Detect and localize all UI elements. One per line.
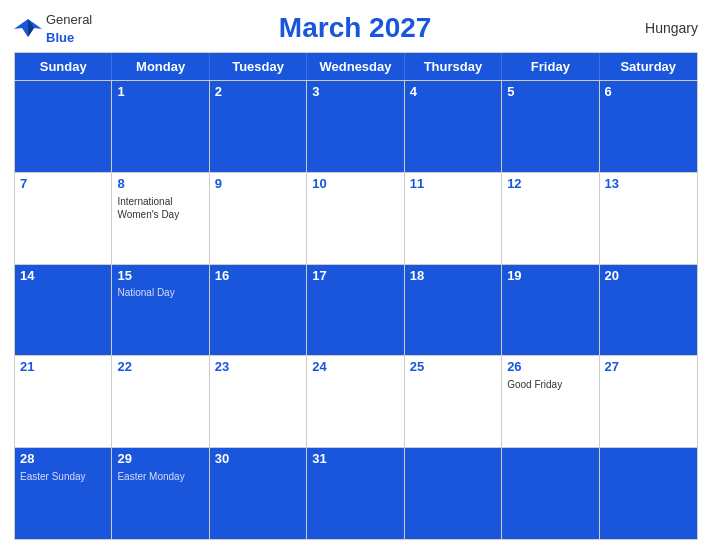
cell-w4-fri: 26 Good Friday — [502, 356, 599, 447]
week-row-5: 28 Easter Sunday 29 Easter Monday 30 31 — [15, 447, 697, 539]
week-row-1: 1 2 3 4 5 6 — [15, 80, 697, 172]
cell-w3-tue: 16 — [210, 265, 307, 356]
cell-w3-fri: 19 — [502, 265, 599, 356]
cell-w5-mon: 29 Easter Monday — [112, 448, 209, 539]
day-header-sunday: Sunday — [15, 53, 112, 80]
cell-w5-thu — [405, 448, 502, 539]
cell-w5-sat — [600, 448, 697, 539]
calendar: Sunday Monday Tuesday Wednesday Thursday… — [14, 52, 698, 540]
day-header-wednesday: Wednesday — [307, 53, 404, 80]
cell-w5-tue: 30 — [210, 448, 307, 539]
cell-w3-sat: 20 — [600, 265, 697, 356]
cell-w3-thu: 18 — [405, 265, 502, 356]
cell-w2-mon: 8 International Women's Day — [112, 173, 209, 264]
cell-w4-thu: 25 — [405, 356, 502, 447]
cell-w4-mon: 22 — [112, 356, 209, 447]
week-row-4: 21 22 23 24 25 26 Good Friday 27 — [15, 355, 697, 447]
cell-w5-fri — [502, 448, 599, 539]
day-header-monday: Monday — [112, 53, 209, 80]
cell-w2-wed: 10 — [307, 173, 404, 264]
cell-w4-sun: 21 — [15, 356, 112, 447]
cell-w2-fri: 12 — [502, 173, 599, 264]
day-headers-row: Sunday Monday Tuesday Wednesday Thursday… — [15, 53, 697, 80]
cell-w1-mon: 1 — [112, 81, 209, 172]
cell-w4-sat: 27 — [600, 356, 697, 447]
cell-w4-tue: 23 — [210, 356, 307, 447]
cell-w3-sun: 14 — [15, 265, 112, 356]
day-header-thursday: Thursday — [405, 53, 502, 80]
logo-blue-text: Blue — [46, 30, 74, 45]
page: General Blue March 2027 Hungary Sunday M… — [0, 0, 712, 550]
logo: General Blue — [14, 10, 92, 46]
cell-w2-tue: 9 — [210, 173, 307, 264]
cell-w1-thu: 4 — [405, 81, 502, 172]
week-row-2: 7 8 International Women's Day 9 10 11 12… — [15, 172, 697, 264]
event-easter-monday: Easter Monday — [117, 470, 203, 483]
cell-w3-mon: 15 National Day — [112, 265, 209, 356]
cell-w1-sun — [15, 81, 112, 172]
event-intl-womens-day: International Women's Day — [117, 195, 203, 221]
day-header-saturday: Saturday — [600, 53, 697, 80]
week-row-3: 14 15 National Day 16 17 18 19 20 — [15, 264, 697, 356]
calendar-weeks: 1 2 3 4 5 6 7 8 International Women's Da… — [15, 80, 697, 539]
cell-w4-wed: 24 — [307, 356, 404, 447]
logo-general-text: General — [46, 12, 92, 27]
cell-w5-wed: 31 — [307, 448, 404, 539]
calendar-title: March 2027 — [92, 12, 618, 44]
cell-w5-sun: 28 Easter Sunday — [15, 448, 112, 539]
cell-w2-thu: 11 — [405, 173, 502, 264]
cell-w1-tue: 2 — [210, 81, 307, 172]
cell-w1-fri: 5 — [502, 81, 599, 172]
cell-w2-sun: 7 — [15, 173, 112, 264]
cell-w3-wed: 17 — [307, 265, 404, 356]
event-good-friday: Good Friday — [507, 378, 593, 391]
event-easter-sunday: Easter Sunday — [20, 470, 106, 483]
day-header-tuesday: Tuesday — [210, 53, 307, 80]
cell-w2-sat: 13 — [600, 173, 697, 264]
country-label: Hungary — [618, 20, 698, 36]
cell-w1-sat: 6 — [600, 81, 697, 172]
day-header-friday: Friday — [502, 53, 599, 80]
event-national-day: National Day — [117, 286, 203, 299]
cell-w1-wed: 3 — [307, 81, 404, 172]
header: General Blue March 2027 Hungary — [14, 10, 698, 46]
logo-bird-icon — [14, 17, 42, 39]
